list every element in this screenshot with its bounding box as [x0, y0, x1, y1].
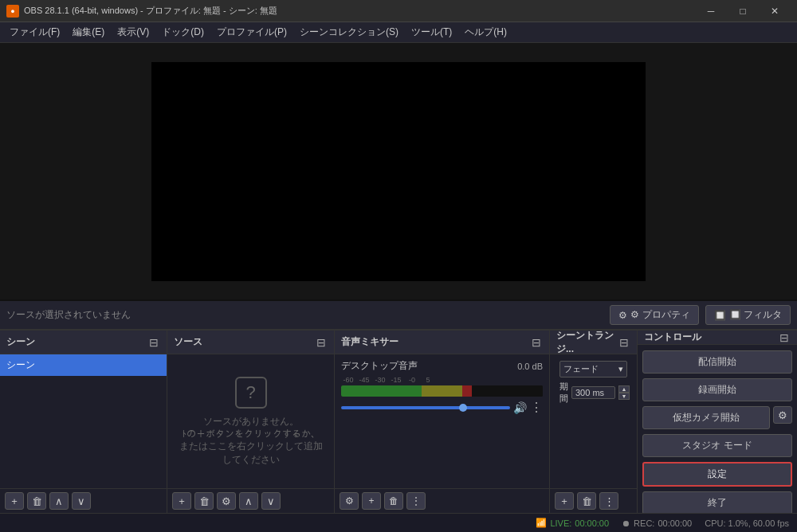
volume-slider[interactable] [341, 406, 510, 409]
scene-panel-menu-button[interactable]: ⊟ [147, 336, 160, 349]
source-up-button[interactable]: ∧ [239, 492, 258, 510]
gear-icon: ⚙ [345, 495, 354, 507]
scene-panel-title: シーン [6, 335, 35, 349]
properties-button[interactable]: ⚙ ⚙ プロパティ [610, 305, 698, 325]
audio-settings-more-button[interactable]: ⋮ [406, 492, 426, 510]
scene-panel-header: シーン ⊟ [0, 331, 167, 354]
audio-panel-header: 音声ミキサー ⊟ [335, 331, 549, 354]
cpu-label: CPU: 1.0%, 60.00 fps [705, 518, 789, 528]
maximize-button[interactable]: □ [727, 0, 759, 22]
settings-button[interactable]: 設定 [642, 462, 792, 487]
duration-spinners: ▲ ▼ [618, 385, 630, 400]
source-empty-text: ソースがありません。ﾄの＋ボタンをクリックするか、またはここを右クリックして追加… [175, 415, 326, 467]
source-remove-button[interactable]: 🗑 [194, 492, 214, 510]
audio-panel-title: 音声ミキサー [341, 335, 398, 349]
source-panel-menu-button[interactable]: ⊟ [315, 336, 328, 349]
live-status: 📶 LIVE: 00:00:00 [536, 518, 609, 528]
audio-gear-button[interactable]: ⚙ [340, 492, 359, 510]
volume-slider-thumb [459, 404, 467, 412]
source-add-button[interactable]: + [172, 492, 191, 510]
source-panel-title: ソース [174, 335, 202, 349]
question-icon: ? [235, 377, 267, 409]
audio-panel-menu-button[interactable]: ⊟ [530, 336, 543, 349]
live-time: 00:00:00 [575, 518, 609, 528]
meter-yellow [422, 385, 462, 397]
transition-type-label: フェード [563, 363, 599, 375]
scene-remove-button[interactable]: 🗑 [27, 492, 46, 510]
rec-status: ⏺ REC: 00:00:00 [622, 518, 692, 528]
meter-labels: -60 -45 -30 -15 -0 5 [341, 376, 543, 384]
controls-content: 配信開始 録画開始 仮想カメラ開始 ⚙ スタジオ モード 設定 終了 [638, 345, 797, 520]
audio-panel-footer: ⚙ + 🗑 ⋮ [335, 488, 549, 513]
duration-down-button[interactable]: ▼ [618, 393, 630, 400]
window-controls: ─ □ ✕ [695, 0, 791, 22]
main-content: ソースが選択されていません ⚙ ⚙ プロパティ 🔲 🔲 フィルタ シーン ⊟ シ… [0, 43, 797, 532]
menu-view[interactable]: 表示(V) [111, 24, 155, 41]
transitions-content: フェード ▾ 期間 ▲ ▼ [550, 354, 637, 409]
source-settings-button[interactable]: ⚙ [217, 492, 236, 510]
audio-track: デスクトップ音声 0.0 dB -60 -45 -30 -15 -0 5 [335, 354, 549, 420]
meter-red [462, 385, 473, 397]
preview-canvas [151, 62, 646, 281]
duration-input[interactable] [571, 386, 615, 399]
menu-help[interactable]: ヘルプ(H) [458, 24, 513, 41]
duration-up-button[interactable]: ▲ [618, 385, 630, 393]
trash-icon: 🗑 [32, 495, 42, 507]
audio-mute-button[interactable]: 🔊 [513, 401, 527, 414]
menu-edit[interactable]: 編集(E) [66, 24, 111, 41]
minimize-button[interactable]: ─ [695, 0, 727, 22]
transitions-panel-menu-button[interactable]: ⊟ [618, 336, 630, 349]
controls-panel: コントロール ⊟ 配信開始 録画開始 仮想カメラ開始 ⚙ スタジオ モード 設定… [638, 331, 797, 513]
gear-icon: ⚙ [618, 310, 627, 321]
transition-more-button[interactable]: ⋮ [599, 492, 618, 510]
menu-file[interactable]: ファイル(F) [3, 24, 66, 41]
transitions-panel-title: シーントランジ... [556, 329, 618, 356]
source-panel-footer: + 🗑 ⚙ ∧ ∨ [167, 488, 334, 513]
properties-label: ⚙ プロパティ [630, 308, 689, 322]
menu-scene-collection[interactable]: シーンコレクション(S) [293, 24, 405, 41]
stream-button[interactable]: 配信開始 [642, 350, 792, 374]
scene-down-button[interactable]: ∨ [72, 492, 91, 510]
scene-up-button[interactable]: ∧ [49, 492, 69, 510]
rec-icon: ⏺ [622, 518, 630, 528]
chevron-down-icon: ▾ [618, 364, 623, 374]
scene-add-button[interactable]: + [5, 492, 24, 510]
transitions-panel-footer: + 🗑 ⋮ [550, 488, 637, 513]
no-source-label: ソースが選択されていません [6, 308, 603, 322]
audio-panel: 音声ミキサー ⊟ デスクトップ音声 0.0 dB -60 -45 -30 -15… [335, 331, 550, 513]
meter-empty [472, 385, 543, 397]
gear-icon: ⚙ [778, 409, 787, 421]
menu-profile[interactable]: プロファイル(P) [210, 24, 293, 41]
scene-panel-footer: + 🗑 ∧ ∨ [0, 488, 167, 513]
audio-remove-button[interactable]: 🗑 [384, 492, 403, 510]
record-button[interactable]: 録画開始 [642, 378, 792, 401]
preview-area [0, 43, 797, 301]
audio-add-button[interactable]: + [362, 492, 381, 510]
transition-type-select[interactable]: フェード ▾ [559, 361, 627, 377]
scene-item[interactable]: シーン [0, 354, 167, 376]
studio-mode-button[interactable]: スタジオ モード [642, 434, 792, 457]
audio-meter-bar [341, 385, 543, 397]
source-down-button[interactable]: ∨ [261, 492, 281, 510]
menu-tools[interactable]: ツール(T) [405, 24, 458, 41]
menu-dock[interactable]: ドック(D) [155, 24, 210, 41]
transitions-panel: シーントランジ... ⊟ フェード ▾ 期間 ▲ ▼ + [550, 331, 638, 513]
filters-button[interactable]: 🔲 🔲 フィルタ [705, 305, 791, 325]
scene-list: シーン [0, 354, 167, 488]
transition-remove-button[interactable]: 🗑 [577, 492, 596, 510]
virtual-camera-settings-button[interactable]: ⚙ [773, 406, 792, 424]
audio-more-button[interactable]: ⋮ [530, 400, 543, 415]
trash-icon: 🗑 [199, 495, 210, 507]
close-button[interactable]: ✕ [759, 0, 791, 22]
live-label: LIVE: [550, 518, 571, 528]
transition-add-button[interactable]: + [555, 492, 574, 510]
live-icon: 📶 [536, 518, 547, 528]
virtual-camera-button[interactable]: 仮想カメラ開始 [642, 406, 770, 429]
scene-panel: シーン ⊟ シーン + 🗑 ∧ ∨ [0, 331, 167, 513]
app-icon: ● [6, 5, 19, 18]
exit-button[interactable]: 終了 [642, 491, 792, 514]
controls-panel-menu-button[interactable]: ⊟ [778, 331, 791, 344]
source-empty-state: ? ソースがありません。ﾄの＋ボタンをクリックするか、またはここを右クリックして… [167, 354, 334, 488]
audio-meter [341, 385, 543, 397]
menubar: ファイル(F) 編集(E) 表示(V) ドック(D) プロファイル(P) シーン… [0, 22, 797, 43]
